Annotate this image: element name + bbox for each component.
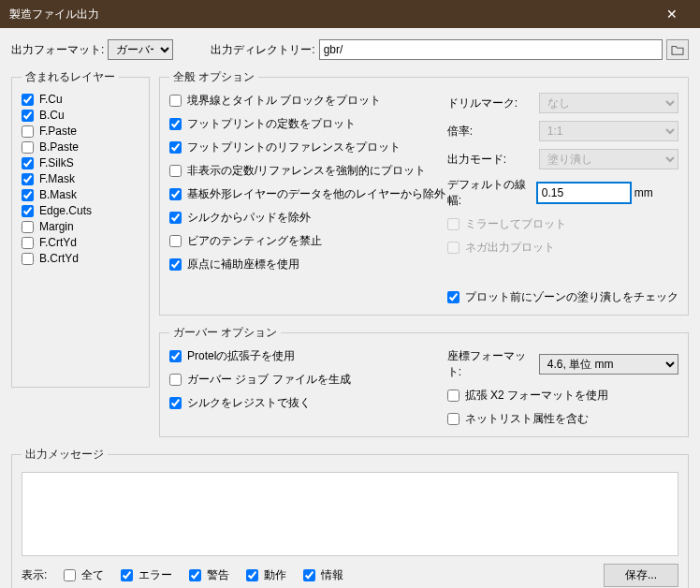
folder-icon	[671, 44, 684, 55]
outdir-input[interactable]	[319, 39, 663, 60]
browse-button[interactable]	[666, 39, 689, 60]
close-icon[interactable]: ✕	[653, 7, 691, 22]
mode-select: 塗り潰し	[539, 149, 678, 169]
layer-item-B.CrtYd[interactable]: B.CrtYd	[22, 252, 139, 265]
format-select[interactable]: ガーバー	[108, 39, 173, 60]
opt-zone-check[interactable]: プロット前にゾーンの塗り潰しをチェック	[447, 289, 678, 305]
layer-item-F.SilkS[interactable]: F.SilkS	[22, 156, 139, 169]
scale-select: 1:1	[539, 121, 678, 141]
opt-exclude-edge[interactable]: 基板外形レイヤーのデータを他のレイヤーから除外	[169, 186, 447, 202]
messages-fieldset: 出力メッセージ 表示: 全て エラー 警告 動作 情報 保存...	[11, 447, 689, 588]
opt-no-via-tent[interactable]: ビアのテンティングを禁止	[169, 233, 447, 249]
opt-mirror: ミラーしてプロット	[447, 216, 678, 232]
save-button[interactable]: 保存...	[604, 564, 678, 587]
layer-item-B.Mask[interactable]: B.Mask	[22, 188, 139, 201]
coord-fmt-row: 座標フォーマット: 4.6, 単位 mm	[447, 348, 678, 380]
opt-jobfile[interactable]: ガーバー ジョブ ファイルを生成	[169, 372, 447, 388]
mode-row: 出力モード: 塗り潰し	[447, 149, 678, 169]
display-label: 表示:	[22, 567, 47, 583]
layer-item-B.Cu[interactable]: B.Cu	[22, 109, 139, 122]
layer-item-F.Cu[interactable]: F.Cu	[22, 93, 139, 106]
layers-fieldset: 含まれるレイヤー F.CuB.CuF.PasteB.PasteF.SilkSF.…	[11, 69, 150, 388]
gerber-fieldset: ガーバー オプション Protelの拡張子を使用 ガーバー ジョブ ファイルを生…	[159, 325, 689, 437]
opt-exclude-pads-silk[interactable]: シルクからパッドを除外	[169, 210, 447, 226]
messages-legend: 出力メッセージ	[22, 447, 108, 463]
opt-netlist[interactable]: ネットリスト属性を含む	[447, 411, 678, 427]
linewidth-input[interactable]	[537, 183, 631, 203]
layer-item-F.Paste[interactable]: F.Paste	[22, 125, 139, 138]
opt-force-hidden[interactable]: 非表示の定数/リファレンスを強制的にプロット	[169, 163, 447, 179]
layer-item-Edge.Cuts[interactable]: Edge.Cuts	[22, 204, 139, 217]
window-title: 製造ファイル出力	[9, 7, 99, 22]
layer-item-Margin[interactable]: Margin	[22, 220, 139, 233]
opt-protel[interactable]: Protelの拡張子を使用	[169, 348, 447, 364]
layer-item-F.Mask[interactable]: F.Mask	[22, 172, 139, 185]
scale-row: 倍率: 1:1	[447, 121, 678, 141]
opt-aux-origin[interactable]: 原点に補助座標を使用	[169, 257, 447, 272]
format-label: 出力フォーマット:	[11, 42, 104, 58]
general-legend: 全般 オプション	[169, 69, 258, 85]
linewidth-row: デフォルトの線幅: mm	[447, 177, 678, 209]
disp-warn[interactable]: 警告	[189, 567, 229, 583]
drill-mark-select: なし	[539, 93, 678, 113]
opt-x2[interactable]: 拡張 X2 フォーマットを使用	[447, 388, 678, 404]
opt-fp-values[interactable]: フットプリントの定数をプロット	[169, 116, 447, 132]
disp-error[interactable]: エラー	[121, 567, 172, 583]
opt-negative: ネガ出力プロット	[447, 240, 678, 256]
messages-box[interactable]	[22, 472, 678, 556]
layer-item-F.CrtYd[interactable]: F.CrtYd	[22, 236, 139, 249]
layers-legend: 含まれるレイヤー	[22, 69, 119, 85]
disp-action[interactable]: 動作	[246, 567, 286, 583]
opt-border-title[interactable]: 境界線とタイトル ブロックをプロット	[169, 93, 447, 109]
disp-info[interactable]: 情報	[303, 567, 343, 583]
coord-fmt-select[interactable]: 4.6, 単位 mm	[539, 354, 678, 375]
gerber-legend: ガーバー オプション	[169, 325, 281, 341]
layer-list: F.CuB.CuF.PasteB.PasteF.SilkSF.MaskB.Mas…	[22, 91, 139, 267]
opt-fp-refs[interactable]: フットプリントのリファレンスをプロット	[169, 140, 447, 155]
general-fieldset: 全般 オプション 境界線とタイトル ブロックをプロット フットプリントの定数をプ…	[159, 69, 689, 316]
opt-subtract-silk[interactable]: シルクをレジストで抜く	[169, 395, 447, 411]
layer-item-B.Paste[interactable]: B.Paste	[22, 140, 139, 154]
titlebar: 製造ファイル出力 ✕	[0, 0, 700, 28]
outdir-label: 出力ディレクトリー:	[211, 42, 314, 58]
drill-mark-row: ドリルマーク: なし	[447, 93, 678, 113]
disp-all[interactable]: 全て	[64, 567, 104, 583]
